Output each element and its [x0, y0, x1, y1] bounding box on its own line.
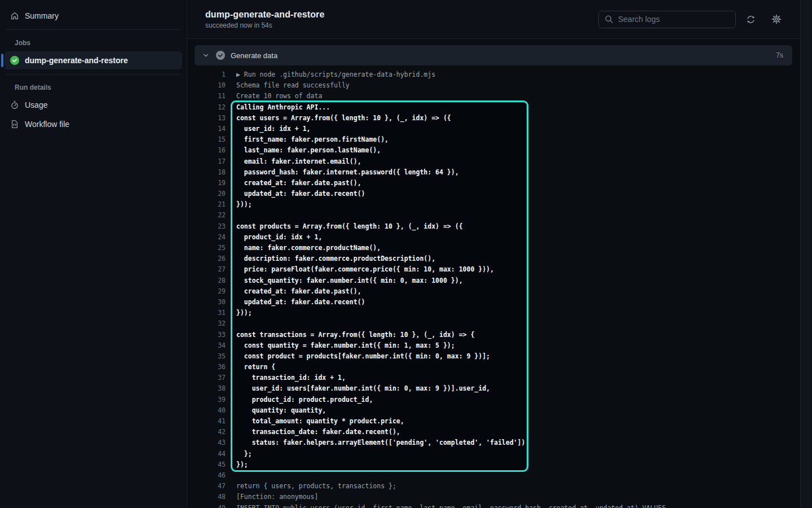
log-line-number[interactable]: 1 [187, 69, 226, 80]
log-line-text [226, 470, 236, 481]
log-line-number[interactable]: 42 [187, 427, 226, 437]
log-line-text: Calling Anthropic API... [226, 102, 330, 113]
log-line-number[interactable]: 16 [187, 145, 226, 156]
log-line-number[interactable]: 33 [187, 330, 226, 340]
log-line-number[interactable]: 47 [187, 481, 226, 492]
main-panel: dump-generate-and-restore succeeded now … [187, 0, 801, 508]
log-line-number[interactable]: 15 [187, 134, 226, 145]
sidebar-item-workflow-file[interactable]: Workflow file [5, 115, 182, 133]
search-input[interactable] [618, 15, 730, 24]
log-line-number[interactable]: 41 [187, 416, 226, 427]
log-line-number[interactable]: 46 [187, 470, 226, 481]
log-line-number[interactable]: 44 [187, 449, 226, 459]
log-line-text: user_id: users[faker.number.int({ min: 0… [226, 383, 490, 394]
log-line-text: Schema file read successfully [226, 80, 350, 91]
sidebar-item-usage[interactable]: Usage [5, 96, 182, 114]
log-line-number[interactable]: 13 [187, 113, 226, 124]
log-line-number[interactable]: 11 [187, 91, 226, 102]
log-line-number[interactable]: 18 [187, 167, 226, 178]
log-line-number[interactable]: 20 [187, 189, 226, 199]
sidebar-item-summary[interactable]: Summary [5, 7, 182, 25]
log-line: 15 first_name: faker.person.firstName(), [187, 134, 800, 145]
step-header-generate-data[interactable]: Generate data 7s [195, 45, 792, 65]
log-line-number[interactable]: 10 [187, 80, 226, 91]
log-line-text: description: faker.commerce.productDescr… [226, 253, 435, 264]
log-line: 20 updated_at: faker.date.recent() [187, 189, 800, 199]
log-line-number[interactable]: 31 [187, 308, 226, 318]
run-status-text: succeeded now in 54s [205, 21, 324, 29]
log-line-number[interactable]: 40 [187, 405, 226, 416]
log-lines: 1▶ Run node .github/scripts/generate-dat… [187, 65, 800, 508]
log-line-number[interactable]: 25 [187, 243, 226, 253]
log-line-number[interactable]: 23 [187, 221, 226, 232]
log-line-number[interactable]: 36 [187, 362, 226, 373]
log-line-number[interactable]: 26 [187, 253, 226, 264]
log-line-number[interactable]: 43 [187, 437, 226, 448]
log-line-number[interactable]: 39 [187, 395, 226, 405]
log-line-number[interactable]: 48 [187, 492, 226, 502]
settings-gear-button[interactable] [769, 11, 784, 27]
log-line: 28 stock_quantity: faker.number.int({ mi… [187, 275, 800, 286]
log-line-number[interactable]: 38 [187, 383, 226, 394]
log-line-number[interactable]: 21 [187, 199, 226, 210]
log-line: 1▶ Run node .github/scripts/generate-dat… [187, 69, 800, 80]
log-line-text: })); [226, 199, 252, 210]
log-line-text: created_at: faker.date.past(), [226, 286, 361, 297]
log-line-number[interactable]: 17 [187, 156, 226, 167]
sidebar-item-label: Workflow file [25, 120, 69, 129]
log-line-number[interactable]: 32 [187, 318, 226, 329]
log-line-text [226, 210, 236, 221]
log-line: 27 price: parseFloat(faker.commerce.pric… [187, 264, 800, 275]
log-line-text: const transactions = Array.from({ length… [226, 330, 474, 340]
log-line-text: ▶ Run node .github/scripts/generate-data… [226, 69, 435, 80]
log-line-text: first_name: faker.person.firstName(), [226, 134, 389, 145]
log-line: 10Schema file read successfully [187, 80, 800, 91]
log-line-number[interactable]: 22 [187, 210, 226, 221]
log-line-text: created_at: faker.date.past(), [226, 178, 361, 189]
log-line-number[interactable]: 19 [187, 178, 226, 189]
refresh-logs-button[interactable] [743, 11, 758, 27]
log-line: 19 created_at: faker.date.past(), [187, 178, 800, 189]
scrollbar-gutter[interactable] [801, 0, 811, 508]
log-line-number[interactable]: 28 [187, 275, 226, 286]
log-line-text: return { users, products, transactions }… [226, 481, 396, 492]
log-line: 13const users = Array.from({ length: 10 … [187, 113, 800, 124]
log-line-text: }); [226, 459, 248, 470]
log-line-text: product_id: product.product_id, [226, 395, 373, 405]
chevron-down-icon[interactable] [201, 51, 210, 60]
log-line: 33const transactions = Array.from({ leng… [187, 330, 800, 340]
log-line-number[interactable]: 45 [187, 459, 226, 470]
log-line: 16 last_name: faker.person.lastName(), [187, 145, 800, 156]
log-line: 38 user_id: users[faker.number.int({ min… [187, 383, 800, 394]
sidebar-item-job[interactable]: dump-generate-and-restore [5, 51, 182, 69]
log-line-text: email: faker.internet.email(), [226, 156, 361, 167]
log-line-text: const product = products[faker.number.in… [226, 351, 490, 362]
log-line-number[interactable]: 49 [187, 503, 226, 508]
log-line-number[interactable]: 27 [187, 264, 226, 275]
log-line-text: const quantity = faker.number.int({ min:… [226, 340, 455, 351]
step-duration: 7s [776, 51, 783, 59]
log-line-number[interactable]: 35 [187, 351, 226, 362]
sidebar-divider [6, 29, 181, 30]
log-search-box[interactable] [598, 11, 736, 28]
log-line-text: user_id: idx + 1, [226, 124, 311, 134]
log-line-number[interactable]: 12 [187, 102, 226, 113]
job-name-label: dump-generate-and-restore [25, 56, 128, 65]
log-line-number[interactable]: 37 [187, 373, 226, 383]
log-line: 41 total_amount: quantity * product.pric… [187, 416, 800, 427]
log-line-number[interactable]: 29 [187, 286, 226, 297]
log-line-number[interactable]: 24 [187, 232, 226, 243]
log-line-number[interactable]: 14 [187, 124, 226, 134]
run-header: dump-generate-and-restore succeeded now … [187, 0, 800, 39]
log-line-number[interactable]: 34 [187, 340, 226, 351]
log-line: 34 const quantity = faker.number.int({ m… [187, 340, 800, 351]
log-line-number[interactable]: 30 [187, 297, 226, 308]
run-title-block: dump-generate-and-restore succeeded now … [205, 10, 324, 29]
log-line: 23const products = Array.from({ length: … [187, 221, 800, 232]
sidebar-item-label: Summary [25, 11, 59, 20]
log-line-text: quantity: quantity, [226, 405, 326, 416]
log-line-text: })); [226, 308, 252, 318]
log-line: 24 product_id: idx + 1, [187, 232, 800, 243]
log-line-text: Create 10 rows of data [226, 91, 322, 102]
log-line: 46 [187, 470, 800, 481]
